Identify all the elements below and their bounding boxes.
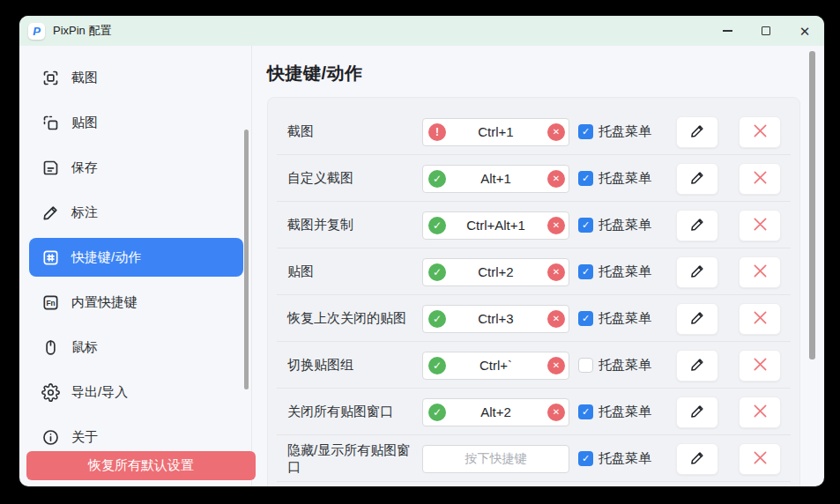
hotkey-value: Alt+1 bbox=[480, 171, 511, 186]
gear-icon bbox=[41, 383, 60, 402]
hotkey-row: 截图 ! Ctrl+1 ✕ ✓ 托盘菜单 bbox=[268, 108, 799, 155]
tray-menu-checkbox[interactable]: ✓ bbox=[578, 171, 593, 186]
tray-menu-checkbox[interactable]: ✓ bbox=[578, 311, 593, 326]
app-logo: P bbox=[28, 23, 45, 40]
delete-hotkey-button[interactable] bbox=[739, 303, 781, 335]
hotkey-action-label: 截图 bbox=[287, 123, 314, 140]
hotkey-status-icon: ✓ bbox=[428, 217, 446, 234]
hotkey-input[interactable]: ✓ Ctrl+` ✕ bbox=[422, 352, 569, 380]
clear-hotkey-icon[interactable]: ✕ bbox=[547, 217, 565, 234]
sidebar-item-hotkeys[interactable]: 快捷键/动作 bbox=[29, 238, 243, 277]
pencil-icon bbox=[689, 263, 706, 282]
sidebar-scrollbar[interactable] bbox=[244, 130, 249, 389]
edit-hotkey-button[interactable] bbox=[676, 443, 718, 475]
delete-hotkey-button[interactable] bbox=[739, 397, 781, 428]
hotkey-action-label: 隐藏/显示所有贴图窗口 bbox=[287, 442, 422, 476]
tray-menu-checkbox[interactable]: ✓ bbox=[578, 451, 593, 466]
delete-x-icon bbox=[751, 168, 769, 189]
hotkey-action-label: 恢复上次关闭的贴图 bbox=[287, 310, 406, 327]
delete-hotkey-button[interactable] bbox=[739, 116, 781, 148]
restore-defaults-button[interactable]: 恢复所有默认设置 bbox=[26, 451, 256, 480]
hotkey-input[interactable]: ! Ctrl+1 ✕ bbox=[422, 118, 569, 146]
delete-hotkey-button[interactable] bbox=[739, 210, 781, 241]
edit-hotkey-button[interactable] bbox=[676, 116, 718, 148]
clear-hotkey-icon[interactable]: ✕ bbox=[547, 310, 565, 328]
delete-hotkey-button[interactable] bbox=[739, 443, 781, 475]
info-icon bbox=[41, 428, 60, 447]
sidebar-nav: 截图 贴图 保存 标注 快捷键/动作 Fn 内置快捷键 鼠标 导出/导入 关于 bbox=[19, 46, 251, 456]
hotkey-status-icon: ✓ bbox=[428, 310, 446, 328]
tray-menu-label: 托盘菜单 bbox=[598, 310, 653, 327]
delete-x-icon bbox=[751, 448, 769, 470]
main-scrollbar[interactable] bbox=[809, 51, 815, 359]
hotkey-panel: 截图 ! Ctrl+1 ✕ ✓ 托盘菜单 bbox=[267, 97, 800, 486]
hotkey-status-icon: ✓ bbox=[428, 357, 446, 374]
delete-hotkey-button[interactable] bbox=[739, 350, 781, 382]
pencil-icon bbox=[689, 449, 706, 469]
sidebar-item-mouse[interactable]: 鼠标 bbox=[29, 328, 243, 367]
close-icon: ✕ bbox=[799, 25, 811, 38]
delete-hotkey-button[interactable] bbox=[739, 256, 781, 288]
tray-menu-label: 托盘菜单 bbox=[598, 357, 653, 374]
hotkey-value: Ctrl+Alt+1 bbox=[466, 218, 525, 233]
close-button[interactable]: ✕ bbox=[785, 16, 824, 46]
tray-menu-label: 托盘菜单 bbox=[598, 263, 653, 280]
sidebar-item-screenshot[interactable]: 截图 bbox=[29, 58, 243, 97]
pencil-icon bbox=[689, 403, 706, 422]
svg-text:Fn: Fn bbox=[46, 298, 55, 307]
tray-menu-checkbox[interactable]: ✓ bbox=[578, 124, 593, 139]
tray-menu-checkbox[interactable]: ✓ bbox=[578, 264, 593, 279]
sidebar-item-annotate[interactable]: 标注 bbox=[29, 193, 243, 232]
hotkey-input[interactable]: 按下快捷键 bbox=[422, 445, 569, 473]
main-content: 快捷键/动作 截图 ! Ctrl+1 ✕ ✓ 托盘菜单 bbox=[252, 46, 824, 486]
edit-hotkey-button[interactable] bbox=[676, 256, 718, 288]
clear-hotkey-icon[interactable]: ✕ bbox=[547, 170, 565, 188]
hotkey-value: Ctrl+` bbox=[479, 358, 512, 373]
sidebar-item-pin-image[interactable]: 贴图 bbox=[29, 103, 243, 142]
edit-hotkey-button[interactable] bbox=[676, 303, 718, 335]
hotkey-row: 切换贴图组 ✓ Ctrl+` ✕ 托盘菜单 bbox=[268, 342, 799, 389]
tray-menu-checkbox[interactable]: ✓ bbox=[578, 404, 593, 419]
clear-hotkey-icon[interactable]: ✕ bbox=[547, 263, 565, 281]
hotkey-row: 贴图 ✓ Ctrl+2 ✕ ✓ 托盘菜单 bbox=[268, 248, 799, 295]
pencil-icon bbox=[689, 216, 706, 235]
hotkey-action-label: 切换贴图组 bbox=[287, 357, 353, 374]
edit-hotkey-button[interactable] bbox=[676, 350, 718, 382]
hotkey-row: 关闭所有贴图窗口 ✓ Alt+2 ✕ ✓ 托盘菜单 bbox=[268, 389, 799, 435]
clear-hotkey-icon[interactable]: ✕ bbox=[547, 404, 565, 421]
edit-hotkey-button[interactable] bbox=[676, 397, 718, 428]
hotkey-value: Ctrl+2 bbox=[478, 264, 513, 279]
hotkey-input[interactable]: ✓ Alt+2 ✕ bbox=[422, 398, 569, 426]
hotkey-action-label: 贴图 bbox=[287, 263, 314, 280]
hotkey-value: Ctrl+3 bbox=[478, 311, 513, 326]
hotkey-input[interactable]: ✓ Alt+1 ✕ bbox=[422, 165, 569, 193]
minimize-button[interactable] bbox=[708, 16, 747, 46]
hotkey-row: 截图并复制 ✓ Ctrl+Alt+1 ✕ ✓ 托盘菜单 bbox=[268, 202, 799, 248]
delete-x-icon bbox=[751, 122, 769, 143]
tray-menu-checkbox[interactable]: ✓ bbox=[578, 218, 593, 233]
annotate-icon bbox=[41, 204, 60, 222]
edit-hotkey-button[interactable] bbox=[676, 163, 718, 195]
sidebar-item-export-import[interactable]: 导出/导入 bbox=[29, 373, 243, 411]
hotkey-action-label: 自定义截图 bbox=[287, 170, 353, 187]
tray-menu-label: 托盘菜单 bbox=[598, 217, 653, 233]
hotkey-input[interactable]: ✓ Ctrl+2 ✕ bbox=[422, 258, 569, 286]
tray-menu-checkbox[interactable] bbox=[578, 358, 593, 373]
edit-hotkey-button[interactable] bbox=[676, 210, 718, 241]
clear-hotkey-icon[interactable]: ✕ bbox=[547, 357, 565, 374]
delete-hotkey-button[interactable] bbox=[739, 163, 781, 195]
tray-menu-label: 托盘菜单 bbox=[598, 450, 653, 467]
minimize-icon bbox=[723, 30, 732, 31]
clear-hotkey-icon[interactable]: ✕ bbox=[547, 123, 565, 141]
pencil-icon bbox=[689, 356, 706, 375]
hotkey-row: 恢复上次关闭的贴图 ✓ Ctrl+3 ✕ ✓ 托盘菜单 bbox=[268, 295, 799, 342]
sidebar-item-save[interactable]: 保存 bbox=[29, 148, 243, 187]
pencil-icon bbox=[689, 169, 706, 189]
sidebar-item-builtin-hotkeys[interactable]: Fn 内置快捷键 bbox=[29, 283, 243, 322]
page-title: 快捷键/动作 bbox=[267, 62, 824, 85]
hotkey-status-icon: ✓ bbox=[428, 404, 446, 421]
hotkey-input[interactable]: ✓ Ctrl+3 ✕ bbox=[422, 305, 569, 333]
hotkey-input[interactable]: ✓ Ctrl+Alt+1 ✕ bbox=[422, 211, 569, 240]
maximize-button[interactable] bbox=[747, 16, 785, 46]
delete-x-icon bbox=[751, 262, 769, 283]
